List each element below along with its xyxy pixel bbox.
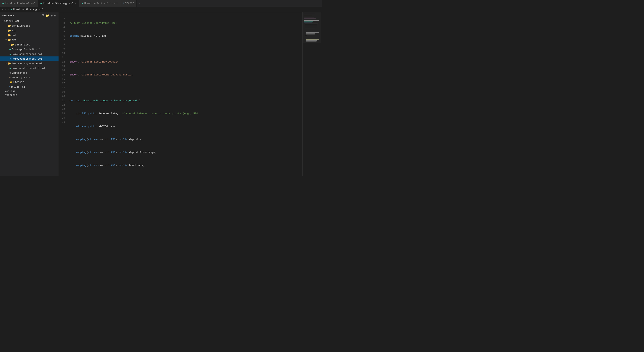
- line-num-25: 25: [62, 116, 65, 120]
- sidebar-label-HomeLoanProtocolTest: HomeLoanProtocol.t.sol: [12, 67, 46, 70]
- sidebar-label-src: src: [12, 39, 16, 42]
- gear-icon-foundry: ⚙: [10, 76, 11, 79]
- breadcrumb-src[interactable]: src: [2, 8, 6, 11]
- tabs-bar: ◆ HomeLoanProtocol.sol ◆ HomeLoanStrateg…: [0, 0, 322, 7]
- line-num-26: 26: [62, 120, 65, 124]
- line-num-6: 6: [62, 34, 65, 38]
- sol-icon-HomeLoanProtocol: ◆: [10, 53, 11, 56]
- minimap[interactable]: [302, 12, 322, 176]
- sidebar-label-LICENSE: LICENSE: [13, 81, 24, 84]
- sidebar-item-project-root[interactable]: ▼ CONDUITRWA: [0, 19, 58, 24]
- line-num-7: 7: [62, 38, 65, 43]
- tab-label-1: HomeLoanProtocol.sol: [5, 2, 36, 5]
- tab-close-button[interactable]: ✕: [75, 2, 77, 5]
- svg-rect-19: [303, 12, 322, 43]
- code-line-3: [70, 47, 301, 51]
- sol-icon-tab2: ◆: [40, 2, 42, 5]
- line-num-9: 9: [62, 47, 65, 51]
- chevron-down-icon-test: ▼: [6, 63, 7, 65]
- chevron-down-icon: ▼: [2, 20, 3, 22]
- tab-HomeLoanProtocolTest[interactable]: ◆ HomeLoanProtocol.t.sol: [79, 0, 120, 7]
- folder-icon-out: 📂: [8, 34, 11, 37]
- explorer-title: EXPLORER: [2, 15, 14, 17]
- code-line-5: import "./interfaces/ReentrancyGuard.sol…: [70, 73, 301, 77]
- line-num-21: 21: [62, 99, 65, 103]
- line-num-10: 10: [62, 51, 65, 56]
- sidebar-item-lib[interactable]: › 📂 lib: [0, 28, 58, 33]
- breadcrumb-sep: ›: [8, 8, 9, 11]
- tab-label-4: README: [125, 2, 134, 5]
- folder-icon-interfaces: 📂: [11, 43, 14, 46]
- dot-icon-gitignore: ⚙: [10, 71, 11, 74]
- sidebar-item-HomeLoanProtocolTest[interactable]: ◆ HomeLoanProtocol.t.sol: [0, 66, 58, 71]
- line-num-20: 20: [62, 94, 65, 99]
- tab-HomeLoanProtocol[interactable]: ◆ HomeLoanProtocol.sol: [0, 0, 38, 7]
- code-line-10: mapping(address => uint256) public depos…: [70, 137, 301, 142]
- folder-icon-src: 📂: [8, 38, 11, 42]
- line-num-2: 2: [62, 17, 65, 21]
- sidebar-item-out[interactable]: › 📂 out: [0, 33, 58, 38]
- code-line-7: contract HomeLoanStrategy is ReentrancyG…: [70, 99, 301, 103]
- line-numbers: 1 2 3 4 5 6 7 8 9 10 11 12 13 14 15 16 1…: [59, 12, 68, 176]
- timeline-section-header[interactable]: › TIMELINE: [0, 93, 58, 97]
- chevron-right-icon-interfaces: ›: [8, 44, 10, 46]
- sidebar-item-HomeLoanProtocol[interactable]: ◆ HomeLoanProtocol.sol: [0, 52, 58, 56]
- sidebar-item-interfaces[interactable]: › 📂 interfaces: [0, 42, 58, 47]
- sidebar-item-foundry[interactable]: ⚙ foundry.toml: [0, 75, 58, 80]
- sidebar-label-gitignore: .gitignore: [12, 72, 27, 74]
- sidebar-label-out: out: [12, 34, 16, 37]
- line-num-4: 4: [62, 25, 65, 30]
- sol-icon-ArrangerConduit: ◆: [10, 48, 11, 51]
- code-editor[interactable]: 1 2 3 4 5 6 7 8 9 10 11 12 13 14 15 16 1…: [59, 12, 302, 176]
- tab-README[interactable]: ℹ README: [120, 0, 137, 7]
- refresh-icon[interactable]: ↻: [51, 14, 53, 17]
- line-num-19: 19: [62, 90, 65, 94]
- sidebar-header: EXPLORER 🗒 📁 ↻ ⊟: [0, 12, 58, 19]
- line-num-14: 14: [62, 68, 65, 73]
- tab-label-2: HomeLoanStrategy.sol: [43, 2, 74, 5]
- chevron-right-outline: ›: [2, 90, 4, 93]
- line-num-8: 8: [62, 43, 65, 47]
- code-line-12: mapping(address => uint256) public homeL…: [70, 163, 301, 167]
- sidebar-item-src[interactable]: ▼ 📂 src: [0, 38, 58, 42]
- line-num-22: 22: [62, 103, 65, 107]
- outline-section-header[interactable]: › OUTLINE: [0, 89, 58, 93]
- chevron-right-icon-conduitPipes: ›: [6, 25, 7, 27]
- sidebar-label-test: test/arranger-conduit: [12, 62, 44, 65]
- code-line-9: address public sDAIAddress;: [70, 124, 301, 129]
- new-file-icon[interactable]: 🗒: [42, 14, 44, 17]
- sidebar-label-HomeLoanProtocol: HomeLoanProtocol.sol: [12, 53, 42, 56]
- info-icon-README: ℹ: [10, 85, 10, 89]
- sidebar-item-HomeLoanStrategy[interactable]: ◆ HomeLoanStrategy.sol: [0, 56, 58, 61]
- tab-label-3: HomeLoanProtocol.t.sol: [84, 2, 118, 5]
- key-icon-LICENSE: 🔑: [10, 81, 12, 84]
- tab-HomeLoanStrategy[interactable]: ◆ HomeLoanStrategy.sol ✕: [38, 0, 79, 7]
- sidebar-item-README[interactable]: ℹ README.md: [0, 85, 58, 89]
- sidebar: EXPLORER 🗒 📁 ↻ ⊟ ▼ CONDUITRWA › 📂 condui…: [0, 12, 59, 176]
- info-icon-tab4: ℹ: [123, 2, 124, 5]
- line-num-23: 23: [62, 107, 65, 111]
- main-layout: EXPLORER 🗒 📁 ↻ ⊟ ▼ CONDUITRWA › 📂 condui…: [0, 12, 322, 176]
- sidebar-item-test[interactable]: ▼ 📂 test/arranger-conduit: [0, 61, 58, 66]
- sidebar-item-gitignore[interactable]: ⚙ .gitignore: [0, 71, 58, 75]
- sidebar-item-ArrangerConduit[interactable]: ◆ ArrangerConduit.sol: [0, 47, 58, 52]
- new-folder-icon[interactable]: 📁: [46, 14, 49, 17]
- line-num-1: 1: [62, 12, 65, 17]
- collapse-icon[interactable]: ⊟: [54, 14, 56, 17]
- tabs-overflow-button[interactable]: ⋯: [137, 2, 142, 5]
- sidebar-label-README: README.md: [11, 86, 25, 89]
- sidebar-label-conduitPipes: conduitPipes: [12, 25, 30, 28]
- chevron-right-icon-out: ›: [6, 34, 7, 37]
- line-num-24: 24: [62, 111, 65, 116]
- line-num-3: 3: [62, 21, 65, 25]
- sidebar-item-LICENSE[interactable]: 🔑 LICENSE: [0, 80, 58, 85]
- sol-icon-tab1: ◆: [2, 2, 4, 5]
- code-line-11: mapping(address => uint256) public depos…: [70, 150, 301, 155]
- project-name-label: CONDUITRWA: [4, 20, 19, 23]
- sidebar-label-HomeLoanStrategy: HomeLoanStrategy.sol: [12, 57, 42, 60]
- timeline-label: TIMELINE: [5, 94, 17, 96]
- code-content[interactable]: // SPDX-License-Identifier: MIT pragma s…: [68, 12, 302, 176]
- sidebar-label-lib: lib: [12, 29, 16, 32]
- line-num-17: 17: [62, 81, 65, 86]
- sidebar-item-conduitPipes[interactable]: › 📂 conduitPipes: [0, 24, 58, 28]
